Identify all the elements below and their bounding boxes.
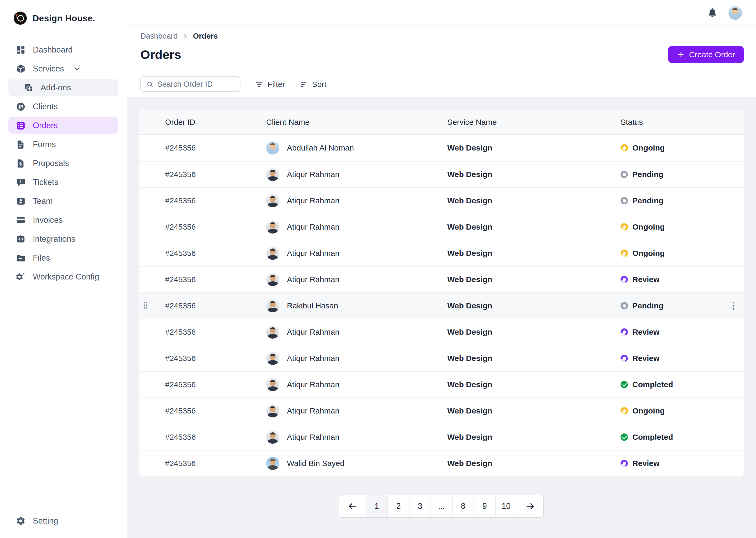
service-cell: Web Design (447, 301, 621, 310)
sidebar-item-workspace-config[interactable]: Workspace Config (8, 268, 118, 285)
sidebar-item-label: Forms (33, 140, 56, 149)
sidebar-item-files[interactable]: Files (8, 249, 118, 266)
sidebar-item-label: Team (33, 196, 53, 206)
table-row[interactable]: #245356 Atiqur Rahman Web Design Ongoing (139, 240, 744, 266)
brand-logo-icon (14, 12, 27, 25)
sidebar-item-dashboard[interactable]: Dashboard (8, 41, 118, 58)
status-icon (621, 144, 628, 152)
table-row[interactable]: #245356 Atiqur Rahman Web Design Review (139, 319, 744, 345)
column-header-service-name: Service Name (447, 118, 621, 127)
user-avatar[interactable] (729, 6, 742, 20)
page-button[interactable]: ... (431, 495, 452, 517)
plus-icon (677, 51, 685, 59)
client-cell: Atiqur Rahman (266, 273, 447, 286)
status-cell: Completed (621, 380, 744, 389)
status-label: Ongoing (632, 406, 665, 415)
topbar (127, 0, 756, 26)
page-button[interactable]: 1 (366, 495, 388, 517)
drag-handle-icon[interactable] (143, 301, 148, 310)
order-id-cell: #245356 (165, 223, 266, 232)
sidebar-item-forms[interactable]: Forms (8, 136, 118, 153)
create-order-button[interactable]: Create Order (668, 46, 744, 63)
service-cell: Web Design (447, 143, 621, 152)
sidebar-item-setting[interactable]: Setting (8, 512, 118, 529)
page-button[interactable]: 10 (495, 495, 517, 517)
status-label: Pending (632, 170, 663, 179)
page-button[interactable]: 9 (474, 495, 495, 517)
sidebar-item-team[interactable]: Team (8, 193, 118, 209)
table-row[interactable]: #245356 Atiqur Rahman Web Design Ongoing (139, 214, 744, 240)
proposals-icon: $ (16, 158, 26, 168)
page-button[interactable]: 2 (388, 495, 409, 517)
sort-label: Sort (312, 80, 327, 89)
client-cell: Atiqur Rahman (266, 431, 447, 444)
status-icon (621, 197, 628, 204)
client-avatar (266, 273, 279, 286)
toolbar: Filter Sort (127, 71, 756, 97)
brand-logo[interactable]: Design House. (14, 12, 127, 25)
table-row[interactable]: #245356 Atiqur Rahman Web Design Complet… (139, 371, 744, 398)
sort-button[interactable]: Sort (300, 80, 327, 89)
service-cell: Web Design (447, 459, 621, 468)
status-icon (621, 460, 628, 467)
table-row[interactable]: #245356 Atiqur Rahman Web Design Review (139, 266, 744, 293)
table-row[interactable]: #245356 Atiqur Rahman Web Design Ongoing (139, 398, 744, 424)
client-cell: Atiqur Rahman (266, 247, 447, 260)
page-button[interactable]: 3 (409, 495, 431, 517)
sidebar-item-label: Setting (33, 516, 58, 526)
client-cell: Atiqur Rahman (266, 352, 447, 365)
search-icon (146, 81, 154, 88)
table-row[interactable]: #245356 Abdullah Al Noman Web Design Ong… (139, 135, 744, 161)
kebab-menu-icon[interactable] (731, 300, 736, 311)
status-cell: Ongoing (621, 406, 744, 415)
sidebar-item-invoices[interactable]: Invoices (8, 212, 118, 228)
sidebar-item-label: Dashboard (33, 45, 73, 55)
sidebar-item-clients[interactable]: Clients (8, 98, 118, 115)
table-row[interactable]: #245356 Rakibul Hasan Web Design Pending (139, 293, 744, 319)
page-button[interactable]: 8 (452, 495, 474, 517)
client-name: Atiqur Rahman (287, 433, 339, 442)
sidebar-item-add-ons[interactable]: Add-ons (8, 79, 118, 96)
next-page-button[interactable] (517, 495, 543, 517)
breadcrumb-dashboard-link[interactable]: Dashboard (140, 32, 178, 40)
service-cell: Web Design (447, 406, 621, 415)
chevron-right-icon (181, 32, 189, 40)
sidebar-item-orders[interactable]: Orders (8, 117, 118, 134)
filter-button[interactable]: Filter (255, 80, 285, 89)
column-header-order-id: Order ID (165, 118, 266, 127)
client-cell: Atiqur Rahman (266, 404, 447, 417)
order-id-cell: #245356 (165, 275, 266, 284)
sidebar-item-proposals[interactable]: $ Proposals (8, 155, 118, 172)
notifications-bell-icon[interactable] (707, 7, 718, 19)
status-icon (621, 381, 628, 388)
previous-page-button[interactable] (339, 495, 366, 517)
client-avatar (266, 299, 279, 312)
status-label: Pending (632, 301, 663, 310)
team-icon (16, 196, 26, 206)
add-ons-icon (24, 83, 34, 93)
service-cell: Web Design (447, 328, 621, 337)
breadcrumb: Dashboard Orders (140, 32, 744, 40)
service-cell: Web Design (447, 380, 621, 389)
table-row[interactable]: #245356 Atiqur Rahman Web Design Pending (139, 187, 744, 214)
client-avatar (266, 141, 279, 154)
status-label: Completed (632, 433, 673, 442)
sidebar-item-label: Integrations (33, 234, 75, 244)
status-icon (621, 328, 628, 336)
client-cell: Atiqur Rahman (266, 325, 447, 339)
table-row[interactable]: #245356 Atiqur Rahman Web Design Pending (139, 161, 744, 187)
table-row[interactable]: #245356 Atiqur Rahman Web Design Complet… (139, 424, 744, 450)
table-row[interactable]: #245356 Atiqur Rahman Web Design Review (139, 345, 744, 371)
status-label: Ongoing (632, 249, 665, 258)
sidebar-item-integrations[interactable]: Integrations (8, 231, 118, 247)
status-cell: Pending (621, 301, 744, 310)
client-cell: Atiqur Rahman (266, 378, 447, 391)
sidebar-item-services[interactable]: Services (8, 60, 118, 77)
status-label: Review (632, 354, 659, 363)
client-avatar (266, 168, 279, 181)
sidebar-item-tickets[interactable]: Tickets (8, 174, 118, 190)
search-input[interactable] (157, 80, 235, 88)
table-row[interactable]: #245356 Walid Bin Sayed Web Design Revie… (139, 450, 744, 476)
client-avatar (266, 194, 279, 207)
breadcrumb-current: Orders (193, 32, 218, 40)
